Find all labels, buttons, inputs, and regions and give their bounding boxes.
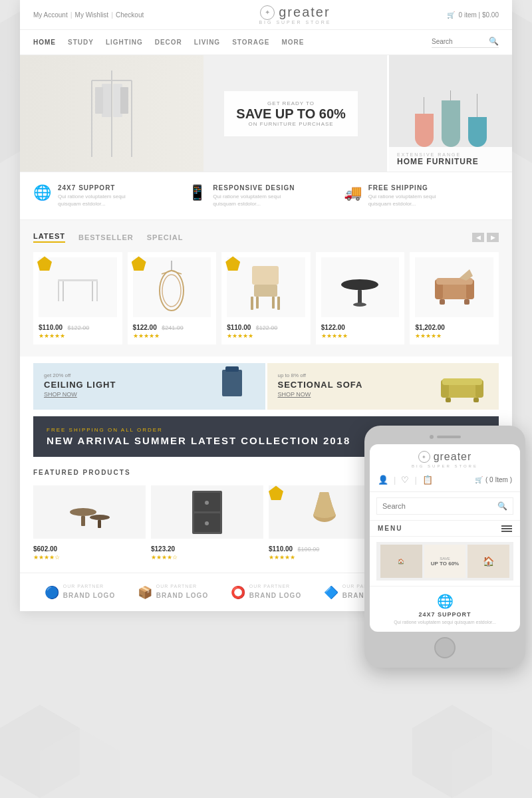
cart-area[interactable]: 🛒 0 item | $0.00 (447, 11, 499, 19)
svg-rect-28 (252, 266, 279, 285)
next-btn[interactable]: ▶ (487, 233, 499, 242)
product-img-5 (415, 257, 493, 317)
product-stars-1: ★★★★★ (39, 332, 117, 339)
svg-line-25 (162, 271, 172, 274)
nav-living[interactable]: LIVING (194, 39, 220, 46)
brand-name-1: BRAND LOGO (63, 592, 115, 599)
svg-rect-18 (58, 279, 98, 281)
my-wishlist-link[interactable]: My Wishlist (75, 11, 109, 19)
svg-point-36 (353, 303, 366, 307)
svg-rect-31 (277, 297, 280, 310)
svg-point-54 (90, 515, 110, 520)
svg-rect-33 (272, 297, 275, 309)
svg-rect-59 (205, 501, 209, 505)
feature-design: 📱 RESPONSIVE DESIGN Qui ratione voluptat… (188, 184, 343, 207)
search-button[interactable]: 🔍 (489, 37, 499, 46)
checkout-link[interactable]: Checkout (116, 11, 144, 19)
svg-rect-21 (63, 281, 64, 301)
mobile-user-icon[interactable]: 👤 (378, 475, 388, 485)
products-section: LATEST BESTSELLER SPECIAL ◀ ▶ (20, 220, 512, 356)
featured-card-1[interactable]: $602.00 ★★★★☆ (33, 485, 146, 561)
product-old-price-1: $122.00 (68, 325, 90, 331)
product-old-price-3: $122.00 (256, 325, 278, 331)
svg-rect-32 (256, 297, 259, 309)
my-account-link[interactable]: My Account (33, 11, 68, 19)
product-old-price-2: $241.09 (162, 325, 184, 331)
cart-info: 0 item | $0.00 (459, 11, 499, 19)
product-price-4: $122.00 (321, 324, 345, 331)
svg-rect-49 (442, 378, 482, 385)
top-bar-links[interactable]: My Account | My Wishlist | Checkout (33, 11, 144, 19)
nav-lighting[interactable]: LIGHTING (106, 39, 143, 46)
prev-btn[interactable]: ◀ (472, 233, 484, 242)
mobile-list-icon[interactable]: 📋 (422, 475, 433, 485)
svg-point-27 (162, 275, 181, 307)
svg-rect-14 (102, 84, 111, 117)
svg-point-34 (341, 279, 378, 290)
product-card-2[interactable]: $122.00 $241.09 ★★★★★ (128, 252, 217, 344)
tab-latest[interactable]: LATEST (33, 232, 65, 243)
product-card-4[interactable]: $122.00 ★★★★★ (316, 252, 405, 344)
svg-rect-22 (92, 281, 93, 301)
features-strip: 🌐 24X7 SUPPORT Qui ratione voluptatem se… (20, 172, 512, 220)
mobile-mockup: ✦ greater BIG SUPER STORE 👤 | ♡ | 📋 🛒 ( … (364, 426, 525, 668)
mobile-search-input[interactable] (382, 502, 497, 510)
nav-study[interactable]: STUDY (68, 39, 94, 46)
tab-special[interactable]: SPECIAL (147, 233, 184, 241)
brand-label-1: OUR PARTNER (63, 584, 115, 589)
shipping-icon: 🚚 (344, 184, 362, 201)
nav-decor[interactable]: DECOR (155, 39, 182, 46)
feature-shipping: 🚚 FREE SHIPPING Qui ratione voluptatem s… (344, 184, 499, 207)
mobile-hamburger[interactable] (501, 525, 512, 532)
svg-rect-51 (473, 398, 479, 402)
products-grid: $110.00 $122.00 ★★★★★ (33, 252, 499, 344)
tab-bestseller[interactable]: BESTSELLER (78, 233, 134, 241)
product-card-3[interactable]: $110.00 $122.00 ★★★★★ (221, 252, 311, 344)
svg-marker-9 (452, 728, 532, 798)
hero-on-text: ON FURNITURE PURCHASE (236, 121, 346, 127)
promo-sofa[interactable]: up to 8% off SECTIONAL SOFA SHOP NOW (267, 363, 499, 410)
brand-name-2: BRAND LOGO (156, 592, 208, 599)
design-title: RESPONSIVE DESIGN (213, 184, 295, 192)
svg-rect-35 (358, 290, 362, 305)
search-input[interactable] (432, 38, 485, 45)
svg-rect-60 (205, 521, 209, 525)
nav-home[interactable]: HOME (33, 39, 56, 46)
brand-label-2: OUR PARTNER (156, 584, 208, 589)
shipping-desc: Qui ratione voluptatem sequiquisquam est… (368, 193, 436, 207)
product-stars-5: ★★★★★ (415, 332, 493, 339)
product-price-3: $110.00 (227, 324, 251, 331)
brand-icon-3: ⭕ (231, 585, 245, 600)
mobile-hero-img: 🏠 SAVE UP TO 60% 🏠 (376, 542, 513, 581)
svg-rect-17 (120, 87, 128, 114)
separator-1: | (70, 11, 72, 19)
hero-text-box: GET READY TO SAVE UP TO 60% ON FURNITURE… (224, 91, 358, 136)
brand-icon-4: 🔷 (324, 585, 338, 600)
product-stars-3: ★★★★★ (227, 332, 305, 339)
hero-get-ready: GET READY TO (236, 100, 346, 106)
mobile-home-button[interactable] (434, 637, 456, 658)
cart-icon: 🛒 (447, 11, 455, 19)
mobile-cart-icon[interactable]: 🛒 (475, 476, 483, 483)
brand-icon-2: 📦 (138, 585, 152, 600)
brand-2: 📦 OUR PARTNER BRAND LOGO (138, 584, 208, 600)
brand-3: ⭕ OUR PARTNER BRAND LOGO (231, 584, 301, 600)
promo-ceiling[interactable]: get 20% off CEILING LIGHT SHOP NOW (33, 363, 265, 410)
mobile-logo-sub: BIG SUPER STORE (378, 464, 512, 468)
logo-icon: ✦ (260, 5, 275, 20)
support-title: 24X7 SUPPORT (58, 184, 126, 192)
nav-storage[interactable]: STORAGE (232, 39, 269, 46)
product-card-5[interactable]: $1,202.00 ★★★★★ (410, 252, 499, 344)
featured-card-2[interactable]: $123.20 ★★★★☆ (151, 485, 263, 561)
hero-section: GET READY TO SAVE UP TO 60% ON FURNITURE… (20, 55, 512, 172)
svg-rect-42 (464, 299, 469, 305)
product-card-1[interactable]: $110.00 $122.00 ★★★★★ (33, 252, 122, 344)
mobile-heart-icon[interactable]: ♡ (401, 475, 409, 485)
svg-line-26 (172, 271, 182, 274)
logo-sub: BIG SUPER STORE (259, 20, 331, 25)
product-img-4 (321, 257, 400, 317)
mobile-search-icon[interactable]: 🔍 (497, 501, 507, 511)
hero-extensive: EXTENSIVE RANGE (397, 152, 504, 157)
svg-rect-29 (254, 285, 277, 297)
nav-more[interactable]: MORE (281, 39, 304, 46)
